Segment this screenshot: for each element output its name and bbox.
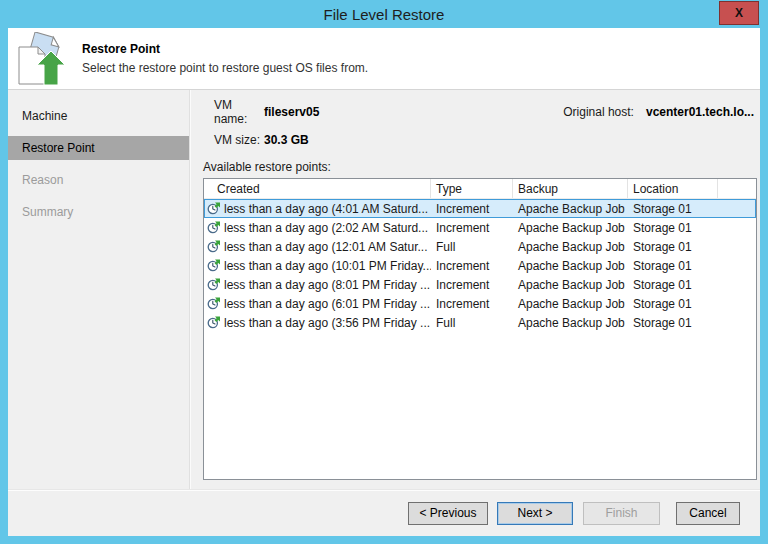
created-text: less than a day ago (4:01 AM Saturd... [224, 202, 428, 216]
cell-backup: Apache Backup Job [513, 278, 628, 292]
close-icon: X [735, 6, 743, 20]
cell-created: less than a day ago (8:01 PM Friday ... [204, 278, 431, 292]
created-text: less than a day ago (10:01 PM Friday... [224, 259, 431, 273]
cell-backup: Apache Backup Job [513, 259, 628, 273]
step-subtitle: Select the restore point to restore gues… [82, 61, 368, 75]
cell-backup: Apache Backup Job [513, 202, 628, 216]
sidebar-item-reason[interactable]: Reason [8, 168, 189, 192]
created-text: less than a day ago (8:01 PM Friday ... [224, 278, 430, 292]
vm-name-value: fileserv05 [264, 105, 319, 119]
vm-name-label: VM name: [214, 98, 264, 126]
window-title: File Level Restore [324, 6, 445, 23]
restore-point-icon [207, 259, 220, 272]
restore-points-table: Created Type Backup Location less than a… [203, 178, 757, 480]
column-header-filler [718, 179, 756, 198]
cell-location: Storage 01 [628, 221, 718, 235]
table-row[interactable]: less than a day ago (6:01 PM Friday ... … [204, 294, 756, 313]
cell-location: Storage 01 [628, 278, 718, 292]
restore-point-icon [207, 278, 220, 291]
cell-type: Increment [431, 278, 513, 292]
created-text: less than a day ago (3:56 PM Friday ... [224, 316, 430, 330]
restore-point-icon [207, 316, 220, 329]
table-row[interactable]: less than a day ago (4:01 AM Saturd... I… [204, 199, 756, 218]
cell-backup: Apache Backup Job [513, 221, 628, 235]
step-content: VM name: fileserv05 Original host: vcent… [190, 90, 760, 489]
cell-backup: Apache Backup Job [513, 240, 628, 254]
cell-type: Increment [431, 297, 513, 311]
restore-points-rows: less than a day ago (4:01 AM Saturd... I… [204, 199, 756, 479]
close-button[interactable]: X [719, 1, 759, 25]
dialog-frame: Restore Point Select the restore point t… [8, 28, 760, 536]
original-host-value: vcenter01.tech.lo... [646, 105, 754, 119]
cancel-button[interactable]: Cancel [676, 502, 740, 525]
cell-created: less than a day ago (4:01 AM Saturd... [204, 202, 431, 216]
cell-location: Storage 01 [628, 297, 718, 311]
restore-point-icon [207, 221, 220, 234]
finish-button: Finish [583, 502, 660, 525]
step-title: Restore Point [82, 42, 368, 56]
wizard-header: Restore Point Select the restore point t… [8, 28, 760, 90]
sidebar-item-summary[interactable]: Summary [8, 200, 189, 224]
cell-created: less than a day ago (10:01 PM Friday... [204, 259, 431, 273]
next-button[interactable]: Next > [497, 502, 573, 525]
cell-type: Increment [431, 202, 513, 216]
cell-backup: Apache Backup Job [513, 297, 628, 311]
original-host-row: Original host: vcenter01.tech.lo... [563, 104, 754, 120]
restore-points-caption: Available restore points: [203, 160, 757, 174]
restore-point-icon [207, 202, 220, 215]
cell-backup: Apache Backup Job [513, 316, 628, 330]
cell-type: Increment [431, 259, 513, 273]
cell-created: less than a day ago (6:01 PM Friday ... [204, 297, 431, 311]
table-row[interactable]: less than a day ago (10:01 PM Friday... … [204, 256, 756, 275]
vm-size-label: VM size: [214, 133, 264, 147]
column-header-backup[interactable]: Backup [513, 179, 628, 198]
vm-size-row: VM size: 30.3 GB [203, 132, 757, 148]
column-header-type[interactable]: Type [431, 179, 513, 198]
column-header-location[interactable]: Location [628, 179, 718, 198]
titlebar: File Level Restore [0, 0, 768, 28]
restore-files-icon [14, 32, 68, 86]
cell-location: Storage 01 [628, 316, 718, 330]
original-host-label: Original host: [563, 105, 634, 119]
wizard-body: Machine Restore Point Reason Summary VM … [8, 90, 760, 489]
cell-created: less than a day ago (3:56 PM Friday ... [204, 316, 431, 330]
created-text: less than a day ago (2:02 AM Saturd... [224, 221, 428, 235]
column-header-created[interactable]: Created [204, 179, 431, 198]
cell-location: Storage 01 [628, 202, 718, 216]
sidebar-item-machine[interactable]: Machine [8, 104, 189, 128]
steps-sidebar: Machine Restore Point Reason Summary [8, 90, 190, 489]
sidebar-item-restore-point[interactable]: Restore Point [8, 136, 189, 160]
created-text: less than a day ago (12:01 AM Satur... [224, 240, 427, 254]
restore-points-header: Created Type Backup Location [204, 179, 756, 199]
restore-point-icon [207, 240, 220, 253]
restore-point-icon [207, 297, 220, 310]
cell-location: Storage 01 [628, 259, 718, 273]
cell-location: Storage 01 [628, 240, 718, 254]
table-row[interactable]: less than a day ago (8:01 PM Friday ... … [204, 275, 756, 294]
wizard-footer: < Previous Next > Finish Cancel [8, 489, 760, 536]
table-row[interactable]: less than a day ago (2:02 AM Saturd... I… [204, 218, 756, 237]
table-row[interactable]: less than a day ago (3:56 PM Friday ... … [204, 313, 756, 332]
cell-type: Full [431, 240, 513, 254]
previous-button[interactable]: < Previous [408, 502, 488, 525]
vm-size-value: 30.3 GB [264, 133, 309, 147]
table-row[interactable]: less than a day ago (12:01 AM Satur... F… [204, 237, 756, 256]
wizard-header-text: Restore Point Select the restore point t… [82, 42, 368, 75]
created-text: less than a day ago (6:01 PM Friday ... [224, 297, 430, 311]
file-level-restore-window: File Level Restore X Restore Point Selec… [0, 0, 768, 544]
cell-type: Full [431, 316, 513, 330]
cell-type: Increment [431, 221, 513, 235]
cell-created: less than a day ago (12:01 AM Satur... [204, 240, 431, 254]
cell-created: less than a day ago (2:02 AM Saturd... [204, 221, 431, 235]
